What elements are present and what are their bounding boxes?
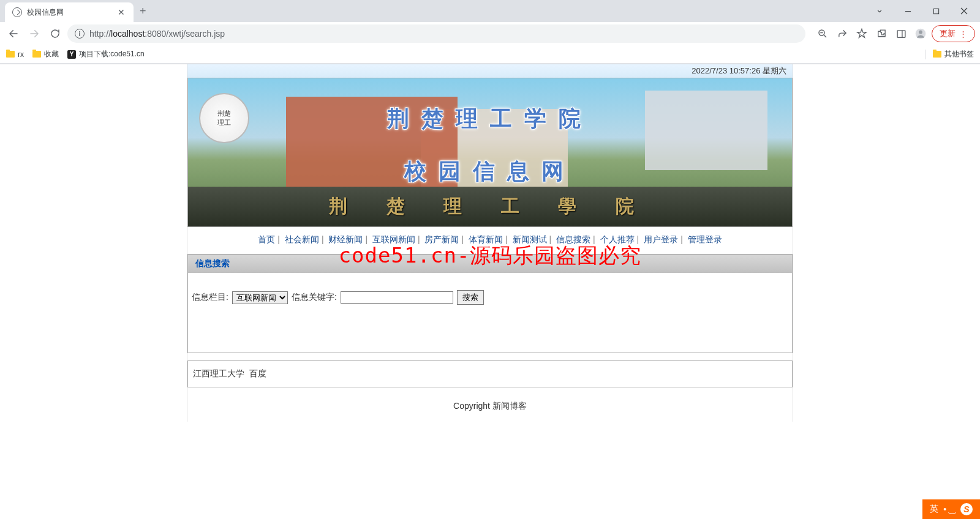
tab-bar: 校园信息网 ✕ +: [0, 0, 980, 22]
page-container: 2022/7/23 10:57:26 星期六 荆楚理工 荆楚理工学院 校园信息网…: [187, 64, 793, 422]
browser-tab[interactable]: 校园信息网 ✕: [5, 2, 134, 22]
update-label: 更新: [940, 28, 956, 39]
nav-test[interactable]: 新闻测试: [511, 234, 549, 244]
page-content: code51.cn-源码乐园盗图必究 2022/7/23 10:57:26 星期…: [0, 64, 980, 519]
menu-dots-icon: ⋮: [959, 29, 967, 39]
separator: |: [680, 234, 684, 244]
banner-title-school: 荆楚理工学院: [387, 104, 593, 134]
separator: |: [549, 234, 552, 244]
nav-recommend[interactable]: 个人推荐: [598, 234, 636, 244]
new-tab-button[interactable]: +: [134, 5, 153, 18]
banner: 荆楚理工 荆楚理工学院 校园信息网 荆 楚 理 工 學 院: [187, 78, 793, 227]
separator: |: [461, 234, 464, 244]
ime-logo-icon: S: [960, 503, 973, 515]
url-prefix: http://: [89, 29, 111, 39]
folder-icon: [6, 51, 15, 58]
nav-user-login[interactable]: 用户登录: [642, 234, 680, 244]
keyword-input[interactable]: [341, 291, 453, 304]
nav-society[interactable]: 社会新闻: [283, 234, 321, 244]
url-text: http://localhost:8080/xwtj/search.jsp: [89, 29, 225, 39]
profile-icon[interactable]: [912, 25, 929, 42]
bookmark-label: rx: [18, 50, 24, 59]
minimize-icon[interactable]: [894, 2, 921, 20]
sign-wall: 荆 楚 理 工 學 院: [188, 187, 792, 226]
browser-chrome: 校园信息网 ✕ + i http://localhost:8080/xwtj/s…: [0, 0, 980, 64]
copyright: Copyright 新闻博客: [187, 391, 793, 422]
nav-menu: 首页| 社会新闻| 财经新闻| 互联网新闻| 房产新闻| 体育新闻| 新闻测试|…: [187, 227, 793, 253]
chevron-down-icon[interactable]: [866, 2, 893, 20]
toolbar-right: 更新 ⋮: [814, 25, 975, 42]
address-bar[interactable]: i http://localhost:8080/xwtj/search.jsp: [67, 24, 805, 43]
forward-button[interactable]: [26, 25, 43, 42]
zoom-icon[interactable]: [814, 25, 831, 42]
star-icon[interactable]: [853, 25, 870, 42]
globe-icon: [12, 7, 22, 17]
bookmark-favorites[interactable]: 收藏: [32, 49, 59, 59]
side-panel-icon[interactable]: [892, 25, 910, 42]
folder-icon: [933, 51, 941, 58]
y-icon: Y: [67, 50, 76, 59]
bookmark-code51[interactable]: Y 项目下载:code51.cn: [67, 49, 145, 59]
svg-rect-2: [897, 30, 905, 37]
nav-finance[interactable]: 财经新闻: [326, 234, 364, 244]
separator: |: [417, 234, 421, 244]
search-panel: 信息搜索 信息栏目: 互联网新闻 信息关键字: 搜索: [187, 254, 793, 353]
svg-rect-0: [933, 9, 938, 13]
close-icon[interactable]: ✕: [116, 7, 126, 17]
folder-icon: [32, 51, 41, 58]
back-button[interactable]: [5, 25, 22, 42]
bookmark-label: 收藏: [44, 49, 59, 59]
ime-dots-icon: • ‿: [943, 504, 956, 514]
nav-internet[interactable]: 互联网新闻: [371, 234, 417, 244]
nav-admin-login[interactable]: 管理登录: [686, 234, 724, 244]
keyword-label: 信息关键字:: [292, 292, 337, 303]
info-icon[interactable]: i: [75, 29, 85, 39]
search-form: 信息栏目: 互联网新闻 信息关键字: 搜索: [188, 273, 792, 353]
separator: |: [636, 234, 640, 244]
banner-title-site: 校园信息网: [404, 157, 576, 187]
browser-toolbar: i http://localhost:8080/xwtj/search.jsp …: [0, 22, 980, 45]
bookmark-label: 项目下载:code51.cn: [79, 49, 145, 59]
url-path: :8080/xwtj/search.jsp: [145, 29, 225, 39]
category-label: 信息栏目:: [192, 292, 228, 303]
extensions-icon[interactable]: [873, 25, 890, 42]
url-host: localhost: [111, 29, 145, 39]
panel-header: 信息搜索: [188, 255, 792, 273]
svg-point-4: [919, 31, 922, 34]
category-select[interactable]: 互联网新闻: [232, 291, 288, 304]
maximize-icon[interactable]: [922, 2, 949, 20]
close-window-icon[interactable]: [951, 2, 978, 20]
link-baidu[interactable]: 百度: [249, 368, 266, 378]
nav-search[interactable]: 信息搜索: [554, 234, 592, 244]
reload-button[interactable]: [47, 25, 64, 42]
separator: |: [321, 234, 325, 244]
datetime-bar: 2022/7/23 10:57:26 星期六: [187, 64, 793, 78]
ime-indicator[interactable]: 英 • ‿ S: [922, 499, 980, 519]
update-button[interactable]: 更新 ⋮: [932, 25, 975, 42]
friend-links: 江西理工大学 百度: [187, 360, 793, 387]
ime-lang: 英: [930, 504, 938, 515]
link-jxust[interactable]: 江西理工大学: [193, 368, 244, 378]
tab-title: 校园信息网: [27, 7, 111, 18]
sign-text: 荆 楚 理 工 學 院: [329, 194, 651, 219]
nav-home[interactable]: 首页: [256, 234, 277, 244]
bookmark-rx[interactable]: rx: [6, 50, 24, 59]
window-controls: [866, 2, 980, 20]
separator: |: [592, 234, 596, 244]
bookmark-label: 其他书签: [944, 49, 974, 59]
separator: |: [277, 234, 281, 244]
share-icon[interactable]: [834, 25, 851, 42]
separator: |: [505, 234, 508, 244]
search-button[interactable]: 搜索: [457, 290, 484, 305]
nav-sports[interactable]: 体育新闻: [467, 234, 505, 244]
bookmarks-bar: rx 收藏 Y 项目下载:code51.cn 其他书签: [0, 45, 980, 64]
separator: [925, 50, 925, 59]
nav-realestate[interactable]: 房产新闻: [423, 234, 461, 244]
separator: |: [364, 234, 368, 244]
school-logo: 荆楚理工: [199, 93, 249, 143]
other-bookmarks[interactable]: 其他书签: [933, 49, 974, 59]
building-decoration: [645, 91, 767, 170]
